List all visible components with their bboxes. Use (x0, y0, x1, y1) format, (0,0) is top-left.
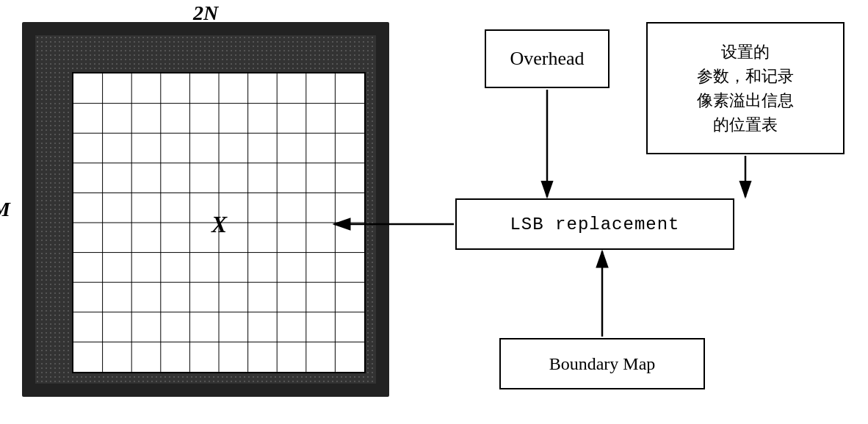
lsb-label: LSB replacement (510, 215, 679, 234)
chinese-label: 设置的参数，和记录像素溢出信息的位置表 (697, 40, 794, 137)
grid-area: 2N 2M (22, 22, 389, 397)
svg-text:X: X (211, 212, 228, 237)
dotted-layer: X (35, 35, 376, 384)
lsb-box: LSB replacement (455, 198, 734, 250)
outer-border: X (22, 22, 389, 397)
chinese-box: 设置的参数，和记录像素溢出信息的位置表 (646, 22, 845, 154)
label-2m: 2M (0, 198, 10, 221)
overhead-label: Overhead (510, 48, 584, 70)
grid-lines: X (73, 73, 364, 372)
diagram-container: 2N 2M (0, 0, 868, 424)
grid-svg: X (73, 73, 364, 372)
boundary-box: Boundary Map (499, 338, 705, 389)
boundary-label: Boundary Map (549, 354, 656, 374)
overhead-box: Overhead (485, 29, 610, 88)
white-grid: X (72, 72, 366, 373)
